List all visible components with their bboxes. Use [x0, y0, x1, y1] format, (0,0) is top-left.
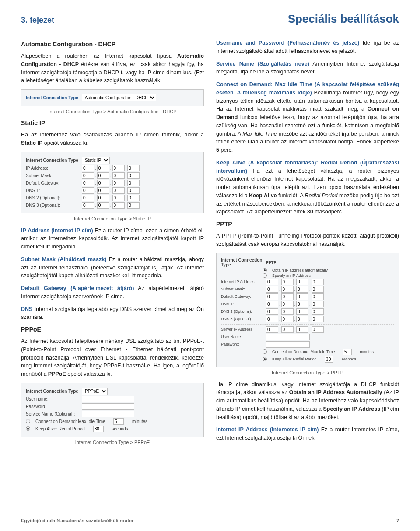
ip-octet[interactable]	[112, 187, 125, 194]
field-label: DNS 2 (Optional):	[26, 196, 78, 200]
radio-keep-alive[interactable]	[262, 357, 267, 361]
radio-obtain-auto[interactable]	[262, 268, 267, 272]
screenshot-pppoe: Internet Connection Type PPPoE User name…	[21, 383, 204, 437]
ip-octet[interactable]	[266, 316, 278, 322]
label: Specify an IP Address	[272, 273, 311, 278]
username-input[interactable]	[266, 334, 310, 340]
service-name-input[interactable]	[82, 411, 134, 417]
connection-type-select[interactable]: Automatic Configuration - DHCP	[82, 94, 156, 101]
ip-octet[interactable]	[82, 172, 94, 179]
footer-product-name: Egyidejű dupla N-csatornás vezetéknélkül…	[21, 518, 133, 523]
password-input[interactable]	[82, 403, 134, 410]
radio-keep-alive[interactable]	[26, 426, 30, 431]
ip-octet[interactable]	[127, 202, 140, 209]
ip-octet[interactable]	[97, 195, 109, 201]
ip-octet[interactable]	[112, 195, 125, 201]
label: PPTP	[266, 260, 276, 265]
redial-period-input[interactable]	[93, 426, 104, 432]
idle-time-input[interactable]	[343, 349, 352, 355]
field-label: DNS 2 (Optional):	[221, 309, 262, 314]
ip-octet[interactable]	[266, 326, 278, 333]
ip-octet[interactable]	[266, 308, 278, 315]
ip-octet[interactable]	[127, 180, 140, 186]
field-label: Service Name (Optional):	[26, 412, 78, 416]
heading-static-ip: Static IP	[21, 119, 204, 126]
ip-octet[interactable]	[281, 316, 294, 322]
ip-octet[interactable]	[97, 187, 109, 194]
ip-octet[interactable]	[97, 202, 109, 209]
field-label: Default Gateway:	[221, 294, 262, 299]
username-input[interactable]	[82, 396, 134, 402]
ip-octet[interactable]	[112, 202, 125, 209]
ip-octet[interactable]	[312, 279, 324, 285]
ip-octet[interactable]	[82, 202, 94, 209]
ip-octet[interactable]	[281, 279, 294, 285]
ip-octet[interactable]	[266, 286, 278, 293]
paragraph: Subnet Mask (Alhálózati maszk) Ez a rout…	[21, 255, 204, 280]
screenshot-dhcp: Internet Connection Type Automatic Confi…	[21, 89, 204, 106]
ip-octet[interactable]	[281, 326, 294, 333]
paragraph: Az Internet kapcsolat felépítésére néhán…	[21, 337, 204, 378]
idle-time-input[interactable]	[113, 418, 124, 425]
ip-octet[interactable]	[281, 301, 294, 307]
label: Connect on Demand: Max Idle Time	[272, 349, 335, 354]
label: Obtain IP address automatically	[272, 268, 328, 272]
connection-type-select[interactable]: Static IP	[82, 157, 110, 164]
ip-octet[interactable]	[296, 316, 308, 322]
ip-octet[interactable]	[266, 279, 278, 285]
ip-octet[interactable]	[312, 301, 324, 307]
ip-octet[interactable]	[296, 286, 308, 293]
ip-octet[interactable]	[82, 195, 94, 201]
ip-octet[interactable]	[127, 195, 140, 201]
ip-octet[interactable]	[281, 293, 294, 300]
heading-pptp: PPTP	[216, 220, 399, 227]
paragraph: Service Name (Szolgáltatás neve) Amennyi…	[216, 60, 399, 77]
ip-octet[interactable]	[127, 165, 140, 171]
shot-label: Internet Connection Type	[26, 95, 78, 100]
ip-octet[interactable]	[312, 286, 324, 293]
ip-octet[interactable]	[312, 316, 324, 322]
label: Keep Alive: Redial Period	[35, 426, 85, 431]
paragraph: A PPTP (Point-to-Point Tunneling Protoco…	[216, 232, 399, 248]
ip-octet[interactable]	[127, 187, 140, 194]
caption: Internet Connection Type > Static IP	[21, 216, 204, 221]
field-label: DNS 3 (Optional):	[26, 203, 78, 208]
field-label: User name:	[26, 397, 78, 402]
ip-octet[interactable]	[312, 308, 324, 315]
radio-connect-on-demand[interactable]	[262, 349, 267, 354]
ip-octet[interactable]	[312, 326, 324, 333]
field-label: User Name:	[221, 335, 262, 339]
connection-type-select[interactable]: PPPoE	[82, 388, 108, 395]
field-label: DNS 1:	[221, 302, 262, 306]
password-input[interactable]	[266, 341, 310, 348]
radio-connect-on-demand[interactable]	[26, 419, 30, 423]
ip-octet[interactable]	[296, 308, 308, 315]
shot-label: Internet Connection Type	[26, 158, 78, 163]
page-title: Speciális beállítások	[288, 12, 399, 26]
caption: Internet Connection Type > PPPoE	[21, 440, 204, 445]
label: seconds	[112, 426, 128, 431]
ip-octet[interactable]	[296, 293, 308, 300]
ip-octet[interactable]	[82, 165, 94, 171]
ip-octet[interactable]	[312, 293, 324, 300]
ip-octet[interactable]	[296, 279, 308, 285]
ip-octet[interactable]	[112, 165, 125, 171]
ip-octet[interactable]	[281, 286, 294, 293]
radio-specify-ip[interactable]	[262, 273, 267, 278]
ip-octet[interactable]	[82, 187, 94, 194]
ip-octet[interactable]	[266, 293, 278, 300]
ip-octet[interactable]	[97, 165, 109, 171]
ip-octet[interactable]	[97, 180, 109, 186]
field-label: DNS 1:	[26, 188, 78, 193]
ip-octet[interactable]	[266, 301, 278, 307]
ip-octet[interactable]	[296, 326, 308, 333]
redial-period-input[interactable]	[325, 356, 333, 363]
ip-octet[interactable]	[97, 172, 109, 179]
ip-octet[interactable]	[82, 180, 94, 186]
ip-octet[interactable]	[281, 308, 294, 315]
ip-octet[interactable]	[296, 301, 308, 307]
ip-octet[interactable]	[112, 172, 125, 179]
ip-octet[interactable]	[112, 180, 125, 186]
ip-octet[interactable]	[127, 172, 140, 179]
label: Keep Alive: Redial Period	[272, 357, 317, 361]
